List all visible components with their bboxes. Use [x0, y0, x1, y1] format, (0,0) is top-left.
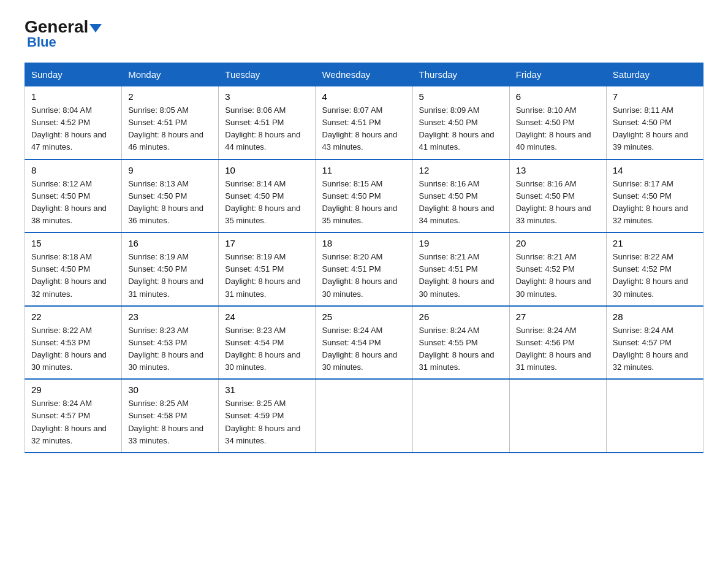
day-info: Sunrise: 8:24 AMSunset: 4:54 PMDaylight:…: [322, 324, 406, 374]
calendar-cell: 5Sunrise: 8:09 AMSunset: 4:50 PMDaylight…: [412, 86, 509, 159]
day-number: 14: [613, 165, 697, 175]
day-number: 26: [419, 312, 503, 322]
day-number: 10: [225, 165, 309, 175]
calendar-cell: 19Sunrise: 8:21 AMSunset: 4:51 PMDayligh…: [412, 232, 509, 306]
day-info: Sunrise: 8:06 AMSunset: 4:51 PMDaylight:…: [225, 104, 309, 154]
day-info: Sunrise: 8:18 AMSunset: 4:50 PMDaylight:…: [31, 251, 115, 301]
calendar-cell: 11Sunrise: 8:15 AMSunset: 4:50 PMDayligh…: [316, 159, 412, 233]
calendar-cell: 3Sunrise: 8:06 AMSunset: 4:51 PMDaylight…: [219, 86, 316, 159]
day-info: Sunrise: 8:22 AMSunset: 4:53 PMDaylight:…: [31, 324, 115, 374]
day-info: Sunrise: 8:24 AMSunset: 4:57 PMDaylight:…: [31, 397, 115, 447]
day-number: 7: [613, 91, 697, 102]
day-number: 28: [613, 312, 697, 322]
calendar-cell: 12Sunrise: 8:16 AMSunset: 4:50 PMDayligh…: [412, 159, 509, 233]
day-info: Sunrise: 8:16 AMSunset: 4:50 PMDaylight:…: [516, 178, 600, 228]
day-info: Sunrise: 8:15 AMSunset: 4:50 PMDaylight:…: [322, 178, 406, 228]
calendar-week-row: 22Sunrise: 8:22 AMSunset: 4:53 PMDayligh…: [25, 306, 703, 380]
calendar-cell: 24Sunrise: 8:23 AMSunset: 4:54 PMDayligh…: [219, 306, 316, 380]
day-number: 18: [322, 238, 406, 248]
weekday-header-thursday: Thursday: [412, 63, 509, 86]
calendar-cell: 28Sunrise: 8:24 AMSunset: 4:57 PMDayligh…: [606, 306, 703, 380]
page-header: General Blue: [25, 18, 703, 50]
calendar-cell: 31Sunrise: 8:25 AMSunset: 4:59 PMDayligh…: [219, 379, 316, 453]
day-info: Sunrise: 8:17 AMSunset: 4:50 PMDaylight:…: [613, 178, 697, 228]
day-info: Sunrise: 8:22 AMSunset: 4:52 PMDaylight:…: [613, 251, 697, 301]
day-info: Sunrise: 8:05 AMSunset: 4:51 PMDaylight:…: [128, 104, 212, 154]
calendar-cell: 7Sunrise: 8:11 AMSunset: 4:50 PMDaylight…: [606, 86, 703, 159]
logo-blue-text: Blue: [27, 34, 56, 50]
calendar-cell: 1Sunrise: 8:04 AMSunset: 4:52 PMDaylight…: [25, 86, 122, 159]
logo: General Blue: [25, 18, 102, 50]
calendar-cell: 18Sunrise: 8:20 AMSunset: 4:51 PMDayligh…: [316, 232, 412, 306]
day-info: Sunrise: 8:09 AMSunset: 4:50 PMDaylight:…: [419, 104, 503, 154]
day-info: Sunrise: 8:04 AMSunset: 4:52 PMDaylight:…: [31, 104, 115, 154]
day-number: 9: [128, 165, 212, 175]
calendar-cell: 27Sunrise: 8:24 AMSunset: 4:56 PMDayligh…: [509, 306, 606, 380]
day-number: 3: [225, 91, 309, 102]
calendar-cell: 13Sunrise: 8:16 AMSunset: 4:50 PMDayligh…: [509, 159, 606, 233]
calendar-cell: 29Sunrise: 8:24 AMSunset: 4:57 PMDayligh…: [25, 379, 122, 453]
day-number: 12: [419, 165, 503, 175]
calendar-cell: 25Sunrise: 8:24 AMSunset: 4:54 PMDayligh…: [316, 306, 412, 380]
day-info: Sunrise: 8:24 AMSunset: 4:57 PMDaylight:…: [613, 324, 697, 374]
day-info: Sunrise: 8:21 AMSunset: 4:52 PMDaylight:…: [516, 251, 600, 301]
day-number: 25: [322, 312, 406, 322]
day-number: 15: [31, 238, 115, 248]
day-number: 1: [31, 91, 115, 102]
calendar-cell: 26Sunrise: 8:24 AMSunset: 4:55 PMDayligh…: [412, 306, 509, 380]
day-info: Sunrise: 8:25 AMSunset: 4:58 PMDaylight:…: [128, 397, 212, 447]
day-number: 6: [516, 91, 600, 102]
day-info: Sunrise: 8:12 AMSunset: 4:50 PMDaylight:…: [31, 178, 115, 228]
calendar-cell: 8Sunrise: 8:12 AMSunset: 4:50 PMDaylight…: [25, 159, 122, 233]
calendar-week-row: 8Sunrise: 8:12 AMSunset: 4:50 PMDaylight…: [25, 159, 703, 233]
day-number: 21: [613, 238, 697, 248]
day-info: Sunrise: 8:25 AMSunset: 4:59 PMDaylight:…: [225, 397, 309, 447]
day-number: 23: [128, 312, 212, 322]
weekday-header-monday: Monday: [122, 63, 219, 86]
weekday-header-saturday: Saturday: [606, 63, 703, 86]
day-number: 16: [128, 238, 212, 248]
day-number: 20: [516, 238, 600, 248]
calendar-cell: 22Sunrise: 8:22 AMSunset: 4:53 PMDayligh…: [25, 306, 122, 380]
day-info: Sunrise: 8:13 AMSunset: 4:50 PMDaylight:…: [128, 178, 212, 228]
day-number: 29: [31, 385, 115, 395]
calendar-cell: 6Sunrise: 8:10 AMSunset: 4:50 PMDaylight…: [509, 86, 606, 159]
day-info: Sunrise: 8:10 AMSunset: 4:50 PMDaylight:…: [516, 104, 600, 154]
calendar-cell: 30Sunrise: 8:25 AMSunset: 4:58 PMDayligh…: [122, 379, 219, 453]
day-info: Sunrise: 8:11 AMSunset: 4:50 PMDaylight:…: [613, 104, 697, 154]
weekday-header-wednesday: Wednesday: [316, 63, 412, 86]
day-number: 4: [322, 91, 406, 102]
day-number: 19: [419, 238, 503, 248]
day-info: Sunrise: 8:16 AMSunset: 4:50 PMDaylight:…: [419, 178, 503, 228]
calendar-cell: [606, 379, 703, 453]
calendar-cell: 23Sunrise: 8:23 AMSunset: 4:53 PMDayligh…: [122, 306, 219, 380]
calendar-week-row: 29Sunrise: 8:24 AMSunset: 4:57 PMDayligh…: [25, 379, 703, 453]
logo-triangle-icon: [89, 24, 102, 33]
day-info: Sunrise: 8:07 AMSunset: 4:51 PMDaylight:…: [322, 104, 406, 154]
calendar-cell: [316, 379, 412, 453]
day-number: 24: [225, 312, 309, 322]
day-info: Sunrise: 8:20 AMSunset: 4:51 PMDaylight:…: [322, 251, 406, 301]
day-number: 13: [516, 165, 600, 175]
calendar-cell: 17Sunrise: 8:19 AMSunset: 4:51 PMDayligh…: [219, 232, 316, 306]
calendar-cell: 20Sunrise: 8:21 AMSunset: 4:52 PMDayligh…: [509, 232, 606, 306]
day-number: 8: [31, 165, 115, 175]
day-number: 11: [322, 165, 406, 175]
day-info: Sunrise: 8:19 AMSunset: 4:50 PMDaylight:…: [128, 251, 212, 301]
day-number: 2: [128, 91, 212, 102]
day-number: 22: [31, 312, 115, 322]
calendar-cell: [412, 379, 509, 453]
calendar-cell: 15Sunrise: 8:18 AMSunset: 4:50 PMDayligh…: [25, 232, 122, 306]
day-info: Sunrise: 8:23 AMSunset: 4:54 PMDaylight:…: [225, 324, 309, 374]
calendar-cell: 16Sunrise: 8:19 AMSunset: 4:50 PMDayligh…: [122, 232, 219, 306]
weekday-header-sunday: Sunday: [25, 63, 122, 86]
calendar-cell: [509, 379, 606, 453]
day-info: Sunrise: 8:23 AMSunset: 4:53 PMDaylight:…: [128, 324, 212, 374]
calendar-table: SundayMondayTuesdayWednesdayThursdayFrid…: [25, 63, 703, 453]
logo-general-text: General: [25, 17, 88, 36]
calendar-week-row: 1Sunrise: 8:04 AMSunset: 4:52 PMDaylight…: [25, 86, 703, 159]
day-number: 27: [516, 312, 600, 322]
calendar-cell: 14Sunrise: 8:17 AMSunset: 4:50 PMDayligh…: [606, 159, 703, 233]
day-info: Sunrise: 8:24 AMSunset: 4:55 PMDaylight:…: [419, 324, 503, 374]
day-number: 31: [225, 385, 309, 395]
